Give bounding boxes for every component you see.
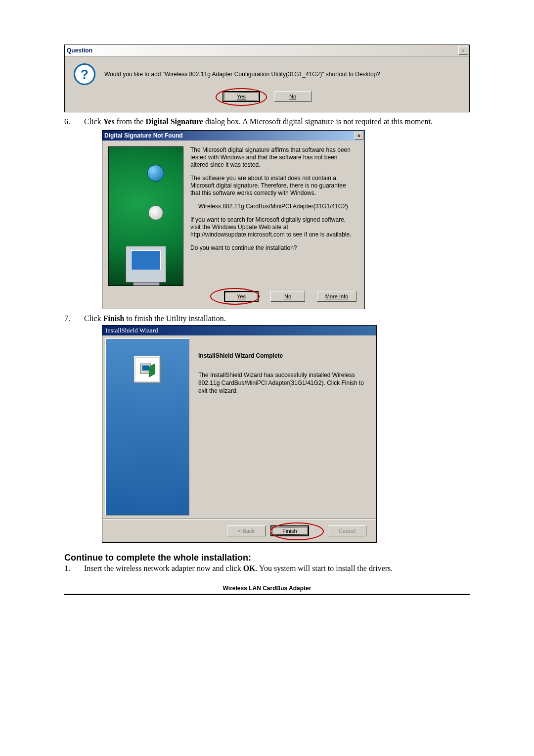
step-text: Click Finish to finish the Utility insta… bbox=[84, 314, 470, 323]
yes-button-label: Yes bbox=[237, 293, 246, 299]
wizard-side-panel bbox=[105, 338, 189, 516]
instruction-step-6: 6. Click Yes from the Digital Signature … bbox=[64, 117, 470, 126]
yes-button-label: Yes bbox=[237, 94, 246, 99]
continue-step-1: 1. Insert the wireless network adapter n… bbox=[64, 564, 470, 573]
yes-button[interactable]: Yes bbox=[224, 291, 259, 302]
no-button-label: No bbox=[284, 293, 291, 299]
close-icon[interactable]: × bbox=[458, 46, 468, 55]
question-titlebar: Question × bbox=[65, 45, 469, 56]
signature-p2: The software you are about to install do… bbox=[190, 175, 356, 197]
finish-button-label: Finish bbox=[282, 528, 297, 534]
finish-button[interactable]: Finish bbox=[270, 525, 309, 536]
installshield-dialog: InstallShield Wizard InstallShield Wizar… bbox=[102, 325, 377, 543]
signature-p1: The Microsoft digital signature affirms … bbox=[190, 146, 356, 169]
step-number: 6. bbox=[64, 117, 75, 126]
footer-rule bbox=[64, 594, 470, 595]
wizard-title: InstallShield Wizard bbox=[105, 327, 158, 334]
no-button[interactable]: No bbox=[270, 291, 305, 302]
cancel-button: Cancel bbox=[328, 525, 366, 536]
text: to finish the Utility installation. bbox=[124, 314, 225, 323]
text-bold: Finish bbox=[103, 314, 125, 323]
no-button[interactable]: No bbox=[274, 91, 312, 102]
cancel-button-label: Cancel bbox=[339, 528, 356, 534]
text: . You system will start to install the d… bbox=[256, 564, 393, 572]
more-info-label: More Info bbox=[325, 293, 348, 299]
question-message: Would you like to add "Wireless 802.11g … bbox=[104, 71, 380, 78]
signature-p3: If you want to search for Microsoft digi… bbox=[190, 216, 356, 238]
step-number: 1. bbox=[64, 564, 75, 573]
signature-text: The Microsoft digital signature affirms … bbox=[190, 146, 356, 286]
page-footer: Wireless LAN CardBus Adapter bbox=[64, 585, 470, 592]
text: Click bbox=[84, 314, 103, 323]
back-button: < Back bbox=[227, 525, 266, 536]
yes-button[interactable]: Yes bbox=[222, 91, 260, 102]
more-info-button[interactable]: More Info bbox=[317, 291, 356, 302]
signature-title: Digital Signature Not Found bbox=[104, 132, 183, 139]
step-number: 7. bbox=[64, 314, 75, 323]
signature-p4: Do you want to continue the installation… bbox=[190, 244, 356, 252]
wizard-side-icon bbox=[134, 357, 160, 382]
wizard-titlebar: InstallShield Wizard bbox=[102, 326, 376, 335]
text-bold: Digital Signature bbox=[145, 117, 203, 126]
text: Insert the wireless network adapter now … bbox=[84, 564, 243, 572]
wizard-heading: InstallShield Wizard Complete bbox=[198, 352, 364, 359]
wizard-body-text: The InstallShield Wizard has successfull… bbox=[198, 371, 364, 395]
signature-illustration bbox=[108, 146, 183, 286]
instruction-step-7: 7. Click Finish to finish the Utility in… bbox=[64, 314, 470, 323]
step-text: Insert the wireless network adapter now … bbox=[84, 564, 470, 573]
question-title: Question bbox=[67, 47, 92, 54]
continue-heading: Continue to complete the whole installat… bbox=[64, 553, 470, 563]
text-bold: OK bbox=[243, 564, 256, 572]
signature-dialog: Digital Signature Not Found × The Micros… bbox=[102, 130, 365, 309]
text: Click bbox=[84, 117, 103, 126]
text: dialog box. A Microsoft digital signatur… bbox=[203, 117, 433, 126]
svg-rect-1 bbox=[142, 366, 149, 371]
back-button-label: < Back bbox=[238, 528, 255, 534]
no-button-label: No bbox=[289, 94, 296, 99]
text: from the bbox=[115, 117, 146, 126]
signature-titlebar: Digital Signature Not Found × bbox=[102, 131, 364, 141]
step-text: Click Yes from the Digital Signature dia… bbox=[84, 117, 470, 126]
question-icon: ? bbox=[74, 63, 95, 85]
signature-product: Wireless 802.11g CardBus/MiniPCI Adapter… bbox=[198, 203, 356, 210]
wizard-main: InstallShield Wizard Complete The Instal… bbox=[192, 335, 376, 519]
question-dialog: Question × ? Would you like to add "Wire… bbox=[64, 45, 470, 112]
close-icon[interactable]: × bbox=[355, 132, 363, 140]
text-bold: Yes bbox=[103, 117, 115, 126]
